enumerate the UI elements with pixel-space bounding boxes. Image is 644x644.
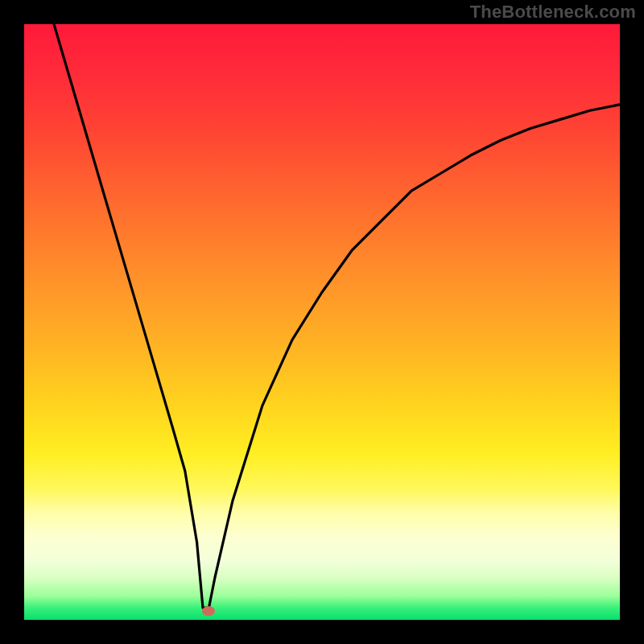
plot-area [24, 24, 620, 620]
bottleneck-curve [54, 24, 620, 608]
curve-svg [24, 24, 620, 620]
chart-frame: TheBottleneck.com [0, 0, 644, 644]
watermark-text: TheBottleneck.com [470, 2, 636, 23]
optimum-marker [202, 606, 215, 616]
